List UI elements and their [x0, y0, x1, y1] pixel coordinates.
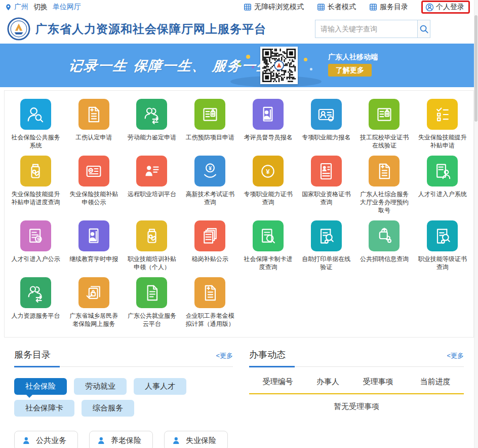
catalog-category-button[interactable]: 养老保险: [89, 431, 153, 448]
search-box: [315, 20, 430, 38]
service-item[interactable]: 考评员督导员报名: [239, 99, 297, 150]
service-item-label: 国家职业资格证书查询: [300, 190, 352, 206]
stethoscope-icon: [369, 220, 400, 251]
service-item-label: 继续教育学时申报: [68, 255, 120, 263]
service-item[interactable]: 工伤认定申请: [65, 99, 123, 150]
service-item[interactable]: 高新技术考试证书查询: [181, 156, 239, 214]
catalog-category-button[interactable]: 公共业务: [14, 431, 78, 448]
service-item-label: 远程职业培训平台: [126, 190, 178, 198]
service-item-label: 考评员督导员报名: [242, 133, 294, 141]
service-item-label: 人才引进入户系统: [416, 190, 468, 198]
service-catalog-header: 服务目录 <更多: [14, 349, 233, 367]
person-doc-icon: [253, 99, 284, 130]
people-arrows-icon: [20, 277, 51, 308]
qr-code: [260, 47, 298, 84]
search-button[interactable]: [417, 20, 430, 38]
service-item[interactable]: 公共招聘信息查询: [355, 220, 414, 271]
work-status-table: 受理编号办事人受理事项当前进度 暂无受理事项: [249, 377, 464, 412]
topbar: 广州 切换 单位网厅 无障碍浏览模式 长者模式 服务目录 个人登录: [0, 0, 478, 14]
site-header: 广东省人力资源和社会保障厅网上服务平台: [0, 14, 478, 44]
doc-plus-icon: [369, 156, 400, 186]
service-item[interactable]: 远程职业培训平台: [123, 156, 181, 214]
service-item-label: 广东人社综合服务大厅业务办理预约取号: [358, 190, 411, 214]
location-pin-icon: [5, 4, 12, 11]
doc-dollar-icon: [20, 220, 51, 251]
yen-hand-icon: [194, 156, 225, 186]
service-item[interactable]: 企业职工养老金模拟计算（通用版）: [181, 277, 239, 328]
yen-circle-icon: [253, 156, 284, 186]
service-item[interactable]: 继续教育学时申报: [65, 220, 123, 271]
banner-decoration: [310, 68, 312, 70]
service-item[interactable]: 稳岗补贴公示: [181, 220, 239, 271]
switch-city-link[interactable]: 切换: [33, 3, 48, 12]
city-selector[interactable]: 广州: [5, 3, 28, 12]
service-item-label: 专项职业能力报名: [300, 133, 352, 141]
doc-search-icon: [253, 220, 284, 251]
service-item[interactable]: 技工院校毕业证书在线验证: [355, 99, 414, 150]
services-grid: 社会保险公共服务系统工伤认定申请劳动能力鉴定申请工伤预防项目申请考评员督导员报名…: [7, 99, 471, 328]
elder-mode-link[interactable]: 长者模式: [317, 3, 356, 12]
service-item[interactable]: 劳动能力鉴定申请: [123, 99, 181, 150]
service-item[interactable]: 广东公共就业服务云平台: [123, 277, 181, 328]
service-item-label: 人力资源服务平台: [10, 312, 62, 320]
catalog-tab[interactable]: 社会保险: [14, 378, 67, 395]
unit-hall-link[interactable]: 单位网厅: [53, 3, 81, 12]
service-item[interactable]: 自助打印单据在线验证: [297, 220, 355, 271]
doc-plus-icon: [194, 277, 225, 308]
service-item-label: 职业技能等级证书查询: [416, 255, 468, 271]
service-directory-link[interactable]: 服务目录: [369, 3, 408, 12]
service-item[interactable]: 职业技能等级证书查询: [413, 220, 471, 271]
catalog-tab[interactable]: 人事人才: [134, 378, 186, 395]
card-badge-icon: [369, 99, 400, 130]
work-status-more-link[interactable]: <更多: [447, 351, 464, 360]
service-item[interactable]: 工伤预防项目申请: [181, 99, 239, 150]
service-item[interactable]: 专项职业能力证书查询: [239, 156, 297, 214]
service-item[interactable]: 人才引进入户系统: [413, 156, 471, 214]
personal-login-label: 个人登录: [436, 3, 464, 12]
service-item-label: 技工院校毕业证书在线验证: [358, 133, 411, 150]
catalog-tab[interactable]: 社会保障卡: [14, 400, 74, 417]
service-item[interactable]: 广东人社综合服务大厅业务办理预约取号: [355, 156, 414, 214]
service-item-label: 高新技术考试证书查询: [184, 190, 236, 206]
service-item[interactable]: 人力资源服务平台: [7, 277, 65, 328]
city-label: 广州: [14, 3, 28, 12]
service-item-label: 广东公共就业服务云平台: [126, 312, 178, 328]
search-input[interactable]: [315, 20, 417, 38]
service-item[interactable]: 人才引进入户公示: [7, 220, 65, 271]
service-catalog-more-link[interactable]: <更多: [216, 351, 233, 360]
bottle-icon: [20, 156, 51, 186]
mobile-app-label: 广东人社移动端: [328, 53, 378, 62]
service-catalog-panel: 服务目录 <更多 社会保险劳动就业人事人才社会保障卡综合服务 公共业务养老保险失…: [14, 349, 233, 448]
work-status-column-header: 受理事项: [349, 377, 407, 394]
service-item[interactable]: 国家职业资格证书查询: [297, 156, 355, 214]
service-item-label: 失业保险技能提升补贴申请进度查询: [10, 190, 62, 206]
banner-slogan: 记录一生 保障一生、 服务一生: [68, 57, 272, 75]
catalog-category-label: 养老保险: [111, 436, 141, 445]
service-item[interactable]: 专项职业能力报名: [297, 99, 355, 150]
catalog-category-button[interactable]: 失业保险: [164, 431, 228, 448]
accessibility-label: 无障碍浏览模式: [254, 3, 304, 12]
resume-icon: [311, 156, 342, 186]
service-item[interactable]: 失业保险技能补贴申领公示: [65, 156, 123, 214]
learn-more-button[interactable]: 了解更多: [328, 64, 372, 77]
catalog-tab[interactable]: 劳动就业: [74, 378, 127, 395]
personal-login-button[interactable]: 个人登录: [421, 1, 470, 14]
scrollbar-thumb[interactable]: [474, 15, 477, 122]
cards-check-icon: [78, 277, 109, 308]
service-item[interactable]: 社会保障卡制卡进度查询: [239, 220, 297, 271]
service-item-label: 社会保障卡制卡进度查询: [242, 255, 294, 271]
service-item[interactable]: 广东省城乡居民养老保险网上服务: [65, 277, 123, 328]
accessibility-mode-link[interactable]: 无障碍浏览模式: [244, 3, 304, 12]
vertical-scrollbar[interactable]: [474, 0, 478, 448]
work-status-header-row: 受理编号办事人受理事项当前进度: [249, 377, 464, 394]
service-item-label: 广东省城乡居民养老保险网上服务: [68, 312, 120, 328]
service-item[interactable]: 失业保险技能提升补贴申请: [413, 99, 471, 150]
service-item[interactable]: 社会保险公共服务系统: [7, 99, 65, 150]
user-circle-icon: [425, 3, 434, 12]
service-item[interactable]: 职业技能培训补贴申领（个人）: [123, 220, 181, 271]
elder-mode-label: 长者模式: [328, 3, 356, 12]
person-icon: [172, 436, 181, 445]
catalog-tab[interactable]: 综合服务: [82, 400, 134, 417]
service-item[interactable]: 失业保险技能提升补贴申请进度查询: [7, 156, 65, 214]
service-item-label: 人才引进入户公示: [10, 255, 62, 263]
